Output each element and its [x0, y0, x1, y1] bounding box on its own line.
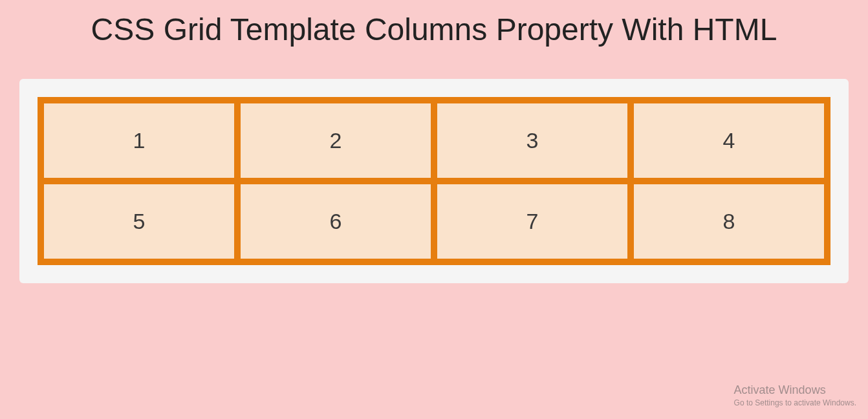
grid-item: 4 [634, 103, 824, 178]
grid-item: 3 [437, 103, 627, 178]
grid-item: 6 [241, 184, 431, 259]
page-title: CSS Grid Template Columns Property With … [0, 0, 868, 50]
grid-container: 1 2 3 4 5 6 7 8 [38, 97, 830, 265]
grid-item: 1 [44, 103, 234, 178]
grid-item: 7 [437, 184, 627, 259]
outer-panel: 1 2 3 4 5 6 7 8 [19, 79, 849, 283]
grid-item: 5 [44, 184, 234, 259]
grid-item: 2 [241, 103, 431, 178]
windows-activation-watermark: Activate Windows Go to Settings to activ… [734, 383, 856, 407]
grid-item: 8 [634, 184, 824, 259]
watermark-title: Activate Windows [734, 383, 856, 397]
watermark-subtitle: Go to Settings to activate Windows. [734, 398, 856, 407]
